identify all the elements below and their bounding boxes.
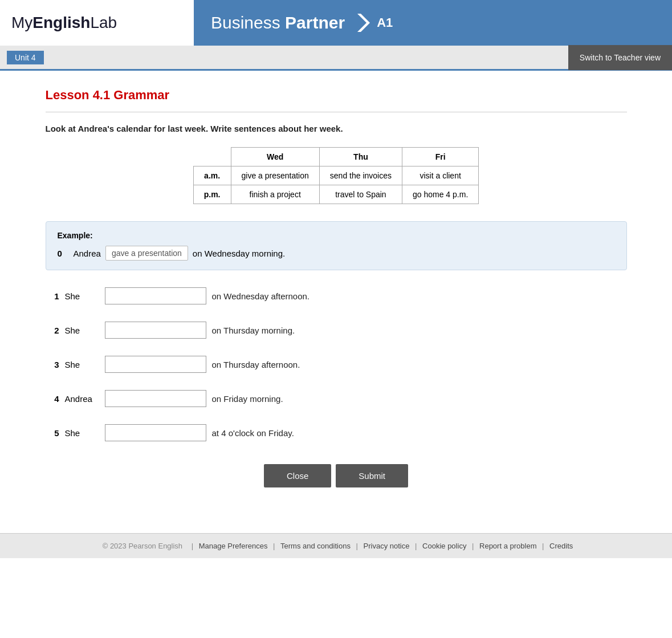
q1-subject: She: [65, 291, 99, 301]
main-content: Lesson 4.1 Grammar Look at Andrea's cale…: [23, 71, 650, 533]
calendar-row-am: a.m. give a presentation send the invoic…: [193, 166, 479, 185]
q3-num: 3: [46, 360, 59, 369]
footer-privacy[interactable]: Privacy notice: [364, 542, 410, 550]
example-num: 0: [58, 249, 69, 258]
thu-am: send the invoices: [319, 166, 402, 185]
q2-suffix: on Thursday morning.: [212, 326, 295, 335]
teacher-view-button[interactable]: Switch to Teacher view: [568, 45, 672, 70]
example-row: 0 Andrea gave a presentation on Wednesda…: [58, 246, 615, 261]
q1-num: 1: [46, 291, 59, 301]
q4-subject: Andrea: [65, 394, 99, 404]
svg-marker-0: [357, 14, 370, 32]
chevron-icon: [352, 13, 374, 33]
footer-report[interactable]: Report a problem: [479, 542, 536, 550]
calendar-header-fri: Fri: [402, 148, 479, 166]
example-subject: Andrea: [74, 249, 101, 258]
q3-suffix: on Thursday afternoon.: [212, 360, 300, 369]
calendar-wrapper: Wed Thu Fri a.m. give a presentation sen…: [46, 147, 627, 204]
calendar-row-pm: p.m. finish a project travel to Spain go…: [193, 185, 479, 204]
logo-section: MyEnglishLab: [0, 0, 194, 46]
q1-suffix: on Wednesday afternoon.: [212, 291, 310, 301]
question-row-3: 3 She on Thursday afternoon.: [46, 356, 627, 373]
calendar-header-wed: Wed: [231, 148, 319, 166]
q4-num: 4: [46, 394, 59, 404]
level-label: A1: [377, 15, 393, 30]
calendar-table: Wed Thu Fri a.m. give a presentation sen…: [193, 147, 479, 204]
fri-am: visit a client: [402, 166, 479, 185]
calendar-header-empty: [193, 148, 231, 166]
example-label: Example:: [58, 231, 615, 240]
q4-suffix: on Friday morning.: [212, 394, 283, 404]
q5-subject: She: [65, 428, 99, 438]
q5-input[interactable]: [105, 424, 206, 441]
footer: © 2023 Pearson English | Manage Preferen…: [0, 533, 672, 558]
submit-button[interactable]: Submit: [336, 464, 408, 487]
lesson-title: Lesson 4.1 Grammar: [46, 88, 627, 103]
footer-sep-0: |: [192, 542, 196, 550]
logo: MyEnglishLab: [11, 14, 117, 32]
time-am: a.m.: [193, 166, 231, 185]
questions-section: 1 She on Wednesday afternoon. 2 She on T…: [46, 287, 627, 441]
q3-subject: She: [65, 360, 99, 369]
question-row-4: 4 Andrea on Friday morning.: [46, 390, 627, 407]
question-row-5: 5 She at 4 o'clock on Friday.: [46, 424, 627, 441]
fri-pm: go home 4 p.m.: [402, 185, 479, 204]
q5-suffix: at 4 o'clock on Friday.: [212, 428, 294, 438]
wed-am: give a presentation: [231, 166, 319, 185]
action-buttons: Close Submit: [46, 464, 627, 487]
footer-sep-5: |: [542, 542, 546, 550]
question-row-1: 1 She on Wednesday afternoon.: [46, 287, 627, 304]
brand-name: Business Partner: [211, 13, 345, 32]
time-pm: p.m.: [193, 185, 231, 204]
example-box: Example: 0 Andrea gave a presentation on…: [46, 221, 627, 270]
example-suffix: on Wednesday morning.: [193, 249, 285, 258]
footer-sep-1: |: [273, 542, 277, 550]
footer-cookie[interactable]: Cookie policy: [422, 542, 466, 550]
q4-input[interactable]: [105, 390, 206, 407]
calendar-header-thu: Thu: [319, 148, 402, 166]
instruction-text: Look at Andrea's calendar for last week.…: [46, 124, 627, 133]
sub-header: Unit 4 Switch to Teacher view: [0, 46, 672, 71]
q3-input[interactable]: [105, 356, 206, 373]
question-row-2: 2 She on Thursday morning.: [46, 322, 627, 339]
thu-pm: travel to Spain: [319, 185, 402, 204]
brand-section: Business Partner A1: [194, 0, 672, 46]
footer-sep-3: |: [415, 542, 419, 550]
copyright: © 2023 Pearson English: [103, 542, 182, 550]
close-button[interactable]: Close: [264, 464, 331, 487]
q1-input[interactable]: [105, 287, 206, 304]
q2-num: 2: [46, 326, 59, 335]
top-header: MyEnglishLab Business Partner A1: [0, 0, 672, 46]
example-filled-input: gave a presentation: [105, 246, 188, 261]
chevron-badge: A1: [352, 13, 393, 33]
unit-label: Unit 4: [7, 51, 44, 64]
footer-sep-4: |: [472, 542, 476, 550]
footer-manage-preferences[interactable]: Manage Preferences: [199, 542, 268, 550]
q5-num: 5: [46, 428, 59, 438]
q2-subject: She: [65, 326, 99, 335]
title-divider: [46, 112, 627, 112]
footer-sep-2: |: [356, 542, 360, 550]
footer-terms[interactable]: Terms and conditions: [280, 542, 351, 550]
q2-input[interactable]: [105, 322, 206, 339]
wed-pm: finish a project: [231, 185, 319, 204]
footer-credits[interactable]: Credits: [549, 542, 573, 550]
